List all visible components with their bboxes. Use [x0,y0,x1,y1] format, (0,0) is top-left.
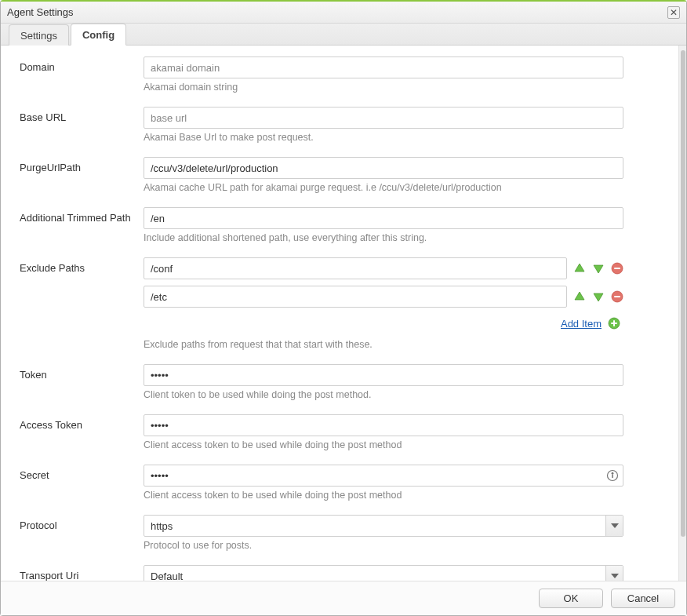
add-item-row: Add Item [144,314,623,336]
label-purge-url-path: PurgeUrlPath [20,157,144,173]
protocol-value: https [151,520,173,532]
titlebar: Agent Settings ✕ [1,2,686,24]
access-token-input[interactable] [144,414,623,436]
cancel-button[interactable]: Cancel [611,589,675,608]
row-additional-trimmed-path: Additional Trimmed Path Include addition… [20,207,667,243]
additional-trimmed-path-input[interactable] [144,207,623,229]
help-access-token: Client access token to be used while doi… [144,439,623,450]
svg-rect-3 [614,296,620,297]
exclude-paths-item [144,286,623,308]
delete-icon[interactable] [611,290,623,303]
help-base-url: Akamai Base Url to make post request. [144,132,623,143]
delete-icon[interactable] [611,262,623,275]
exclude-paths-input-0[interactable] [144,257,567,279]
tabstrip: Settings Config [1,24,686,46]
move-up-icon[interactable] [573,290,586,303]
label-exclude-paths: Exclude Paths [20,257,144,274]
tab-config[interactable]: Config [71,24,126,46]
move-down-icon[interactable] [592,290,605,303]
chevron-down-icon [605,516,623,536]
agent-settings-dialog: Agent Settings ✕ Settings Config Domain … [0,0,687,616]
protocol-select[interactable]: https [144,515,623,537]
row-exclude-paths: Exclude Paths [20,257,667,350]
label-token: Token [20,364,144,381]
svg-point-8 [612,472,614,475]
purge-url-path-input[interactable] [144,157,623,179]
svg-rect-6 [611,323,617,324]
close-icon: ✕ [670,8,678,17]
config-panel: Domain Akamai domain string Base URL Aka… [1,46,678,581]
row-protocol: Protocol https Protocol to use for posts… [20,515,667,551]
add-item-link[interactable]: Add Item [561,318,602,330]
row-base-url: Base URL Akamai Base Url to make post re… [20,107,667,143]
domain-input[interactable] [144,56,623,78]
label-base-url: Base URL [20,107,144,123]
row-purge-url-path: PurgeUrlPath Akamai cache URL path for a… [20,157,667,193]
svg-rect-1 [614,268,620,269]
secret-input[interactable] [144,465,623,487]
window-title: Agent Settings [7,6,667,18]
row-access-token: Access Token Client access token to be u… [20,414,667,450]
help-token: Client token to be used while doing the … [144,389,623,400]
scrollbar-thumb[interactable] [681,50,685,537]
chevron-down-icon [605,566,623,581]
scrollbar[interactable] [678,46,686,581]
label-additional-trimmed-path: Additional Trimmed Path [20,207,144,224]
ok-button[interactable]: OK [539,589,603,608]
help-purge-url-path: Akamai cache URL path for akamai purge r… [144,182,623,193]
reveal-password-icon[interactable] [606,469,619,482]
content-wrap: Domain Akamai domain string Base URL Aka… [1,46,686,581]
add-icon[interactable] [608,317,620,330]
label-domain: Domain [20,56,144,73]
label-access-token: Access Token [20,414,144,431]
move-up-icon[interactable] [573,262,586,275]
tab-settings[interactable]: Settings [9,24,69,46]
exclude-paths-input-1[interactable] [144,286,567,308]
help-domain: Akamai domain string [144,82,623,93]
base-url-input[interactable] [144,107,623,129]
token-input[interactable] [144,364,623,386]
row-transport-uri: Transport Uri Default [20,565,667,581]
row-domain: Domain Akamai domain string [20,56,667,93]
help-secret: Client access token to be used while doi… [144,490,623,501]
row-secret: Secret Client access token to be used wh… [20,465,667,501]
help-exclude-paths: Exclude paths from request that that sta… [144,339,623,350]
help-protocol: Protocol to use for posts. [144,540,623,551]
help-additional-trimmed-path: Include additional shortened path, use e… [144,232,623,243]
transport-uri-value: Default [151,570,183,581]
move-down-icon[interactable] [592,262,605,275]
label-secret: Secret [20,465,144,481]
button-bar: OK Cancel [1,581,686,615]
label-transport-uri: Transport Uri [20,565,144,581]
close-button[interactable]: ✕ [667,6,680,19]
row-token: Token Client token to be used while doin… [20,364,667,400]
label-protocol: Protocol [20,515,144,531]
exclude-paths-item [144,257,623,279]
transport-uri-select[interactable]: Default [144,565,623,581]
